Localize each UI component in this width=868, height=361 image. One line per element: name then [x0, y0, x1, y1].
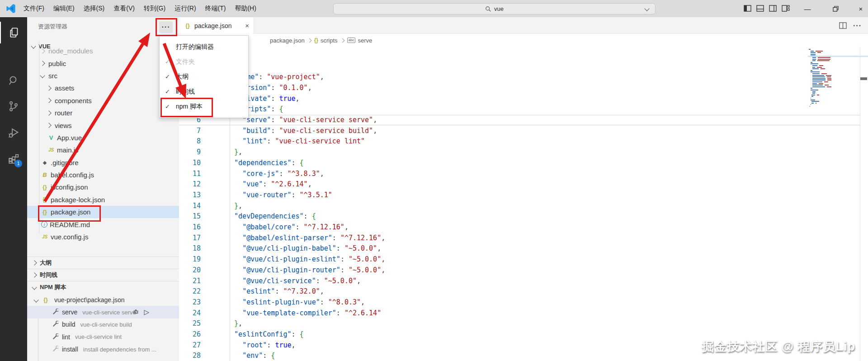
json-file-icon: {}: [42, 297, 50, 303]
tree-item[interactable]: {}jsconfig.json: [27, 181, 179, 193]
code-token: :: [332, 234, 340, 242]
minimap-line: [812, 68, 819, 69]
minimap-line: [812, 80, 826, 81]
code-token: "lint": [242, 137, 267, 145]
chevron-right-icon: [32, 260, 37, 265]
breadcrumb-item[interactable]: package.json: [270, 37, 305, 44]
code-token: [226, 191, 242, 199]
search-sidebar-icon[interactable]: [0, 70, 27, 91]
menubar-item[interactable]: 编辑(E): [49, 5, 79, 13]
menubar-item[interactable]: 转到(G): [139, 5, 170, 13]
tree-item[interactable]: src: [27, 70, 179, 82]
command-center-search[interactable]: vue: [333, 3, 656, 14]
minimap-line: [827, 80, 832, 81]
chevron-down-icon[interactable]: [644, 6, 649, 11]
npm-script-item[interactable]: lintvue-cli-service lint: [27, 331, 179, 343]
chevron-right-icon: [32, 273, 37, 278]
tree-item-label: views: [55, 122, 72, 129]
code-token: ,: [373, 127, 377, 135]
restore-button[interactable]: [826, 0, 844, 17]
code-token: "0.1.0": [279, 84, 307, 92]
tree-item[interactable]: JSmain.js: [27, 144, 179, 156]
sidebar-section-header[interactable]: 大纲: [27, 256, 179, 269]
tree-item[interactable]: router: [27, 107, 179, 119]
sidebar-section-header[interactable]: 时间线: [27, 269, 179, 281]
code-line: "@babel/core": "^7.12.16",: [226, 222, 349, 233]
line-number: 26: [179, 329, 201, 340]
tab-close-icon[interactable]: ×: [245, 22, 249, 29]
code-token: true: [279, 95, 295, 103]
minimap-line: [812, 93, 815, 94]
code-token: "~5.0.0": [349, 266, 381, 274]
minimap-line: [827, 76, 831, 77]
overview-ruler-marker: [860, 77, 867, 80]
tree-item[interactable]: ◆.gitignore: [27, 157, 179, 169]
source-control-icon[interactable]: [0, 95, 27, 117]
npm-script-item[interactable]: buildvue-cli-service build: [27, 318, 179, 331]
minimap-line: [809, 49, 811, 50]
extensions-icon[interactable]: 1: [0, 148, 27, 170]
menubar-item[interactable]: 运行(R): [170, 5, 200, 13]
dropdown-menu-item[interactable]: ✓文件夹: [160, 54, 248, 69]
line-number: 14: [179, 201, 201, 212]
minimize-button[interactable]: —: [798, 0, 816, 17]
menubar-item[interactable]: 终端(T): [201, 5, 231, 13]
tree-item[interactable]: views: [27, 119, 179, 131]
npm-script-actions: ▷: [132, 308, 149, 316]
tree-item[interactable]: {}package-lock.json: [27, 194, 179, 206]
close-button[interactable]: ×: [852, 0, 868, 17]
npm-script-command: install dependencies from ...: [83, 346, 156, 353]
breadcrumb-item[interactable]: serve: [358, 37, 372, 44]
npm-script-item[interactable]: servevue-cli-service serve▷: [27, 306, 179, 318]
code-token: :: [340, 255, 349, 263]
explorer-icon[interactable]: [0, 22, 28, 43]
code-line: },: [226, 201, 242, 212]
dropdown-menu-item[interactable]: ✓时间线: [160, 84, 248, 99]
sidebar-title: 资源管理器: [38, 23, 67, 31]
code-token: "core-js": [242, 170, 279, 178]
menubar-item[interactable]: 帮助(H): [230, 5, 260, 13]
tree-item[interactable]: node_modules: [27, 45, 179, 57]
debug-script-icon[interactable]: [132, 308, 139, 316]
npm-script-name: serve: [62, 309, 77, 316]
line-number: 18: [179, 243, 201, 254]
breadcrumb-item[interactable]: scripts: [321, 37, 338, 44]
chevron-down-icon: [32, 285, 37, 290]
tree-item[interactable]: Bbabel.config.js: [27, 169, 179, 181]
sidebar-section-header[interactable]: NPM 脚本: [27, 281, 179, 293]
customize-layout-icon[interactable]: [782, 5, 790, 12]
vscode-logo-icon: [6, 4, 16, 14]
tab-package-json[interactable]: {} package.json ×: [179, 17, 254, 34]
minimap-line: [811, 62, 812, 63]
tree-item[interactable]: components: [27, 95, 179, 107]
toggle-sidebar-icon[interactable]: [744, 5, 752, 12]
split-editor-icon[interactable]: [839, 22, 847, 29]
tree-item[interactable]: VApp.vue: [27, 132, 179, 144]
npm-script-command: vue-cli-service build: [80, 321, 132, 328]
code-token: {: [300, 159, 304, 167]
minimap-line: [812, 60, 816, 61]
code-editor[interactable]: 1234567891011121314151617181920212223242…: [179, 47, 868, 361]
menubar-item[interactable]: 文件(F): [19, 5, 49, 13]
tree-item[interactable]: JSvue.config.js: [27, 231, 179, 243]
code-token: :: [292, 330, 300, 338]
dropdown-item-label: 时间线: [176, 88, 195, 96]
minimap-line: [817, 52, 821, 53]
tree-item[interactable]: public: [27, 57, 179, 69]
toggle-secondary-sidebar-icon[interactable]: [769, 5, 777, 12]
run-script-icon[interactable]: ▷: [144, 308, 149, 316]
run-debug-icon[interactable]: [0, 122, 27, 143]
dropdown-menu-item[interactable]: 打开的编辑器: [160, 39, 248, 54]
menubar-item[interactable]: 查看(V): [109, 5, 139, 13]
npm-root-item[interactable]: {}vue-project\package.json: [27, 294, 179, 306]
menubar-item[interactable]: 选择(S): [79, 5, 109, 13]
npm-script-item[interactable]: installinstall dependencies from ...: [27, 343, 179, 356]
dropdown-menu-item[interactable]: ✓大纲: [160, 69, 248, 84]
npm-script-name: install: [62, 346, 78, 353]
toggle-panel-icon[interactable]: [756, 5, 764, 12]
code-token: ,: [238, 148, 242, 156]
editor-more-actions-icon[interactable]: ···: [853, 22, 862, 30]
minimap[interactable]: [808, 49, 858, 108]
tree-item[interactable]: assets: [27, 82, 179, 94]
minimap-current-line-band: [808, 56, 868, 57]
